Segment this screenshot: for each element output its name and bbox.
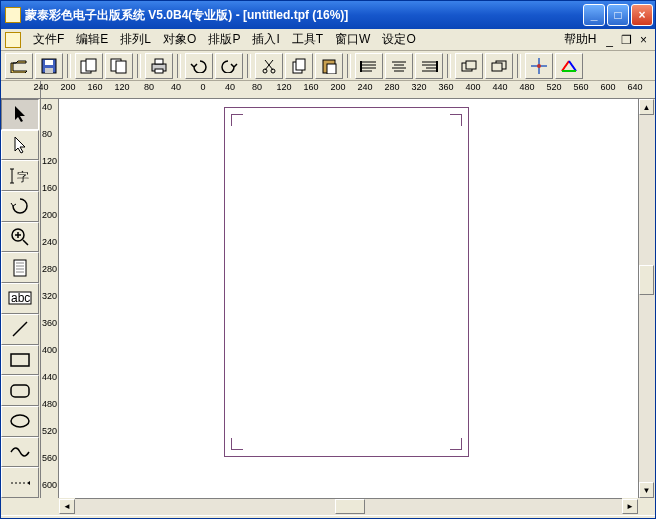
paste-button[interactable] [315,53,343,79]
maximize-button[interactable]: □ [607,4,629,26]
ruler-tick: 240 [33,82,48,92]
titlebar: 蒙泰彩色电子出版系统 V5.0B4(专业版) - [untitled.tpf (… [1,1,655,29]
ruler-tick: 160 [303,82,318,92]
svg-rect-23 [14,260,26,276]
crosshair-button[interactable] [525,53,553,79]
save-button[interactable] [35,53,63,79]
roundrect-tool[interactable] [1,375,39,406]
scroll-down-button[interactable]: ▼ [639,482,654,498]
menu-file[interactable]: 文件F [27,29,70,50]
menu-layout[interactable]: 排版P [202,29,246,50]
ruler-tick: 80 [252,82,262,92]
align-left-button[interactable] [355,53,383,79]
ruler-tick: 0 [200,82,205,92]
ruler-tick: 40 [42,102,52,112]
ruler-vertical: 4080120160200240280320360400440480520560… [41,99,59,498]
menu-help[interactable]: 帮助H [558,29,603,50]
ruler-tick: 520 [42,426,57,436]
ruler-tick: 360 [438,82,453,92]
crop-mark-tl [231,114,243,126]
ruler-tick: 40 [171,82,181,92]
select-tool[interactable] [1,130,39,161]
print-button[interactable] [145,53,173,79]
ruler-tick: 320 [411,82,426,92]
menu-insert[interactable]: 插入I [246,29,285,50]
canvas[interactable] [59,99,638,498]
ruler-tick: 440 [492,82,507,92]
redo-button[interactable] [215,53,243,79]
svg-rect-19 [492,63,502,71]
ruler-tick: 120 [114,82,129,92]
ruler-tick: 400 [465,82,480,92]
ruler-tick: 480 [42,399,57,409]
crop-mark-tr [450,114,462,126]
svg-rect-1 [45,60,53,65]
scrollbar-vertical[interactable]: ▲ ▼ [638,99,655,498]
toolbox: 字 abc [1,99,41,498]
ruler-tick: 560 [573,82,588,92]
bring-front-button[interactable] [455,53,483,79]
align-right-button[interactable] [415,53,443,79]
menu-object[interactable]: 对象O [157,29,202,50]
menu-tools[interactable]: 工具T [286,29,329,50]
ruler-tick: 200 [60,82,75,92]
ruler-tick: 600 [42,480,57,490]
undo-button[interactable] [185,53,213,79]
zoom-tool[interactable] [1,222,39,253]
svg-rect-17 [466,61,476,69]
rotate-tool[interactable] [1,191,39,222]
rectangle-tool[interactable] [1,345,39,376]
ruler-tick: 120 [276,82,291,92]
menu-arrange[interactable]: 排列L [114,29,157,50]
cut-button[interactable] [255,53,283,79]
svg-rect-9 [155,69,163,73]
copy-layout-button[interactable] [75,53,103,79]
line-tool[interactable] [1,314,39,345]
scroll-up-button[interactable]: ▲ [639,99,654,115]
menubar: 文件F 编辑E 排列L 对象O 排版P 插入I 工具T 窗口W 设定O 帮助H … [1,29,655,51]
svg-rect-13 [296,59,305,70]
mdi-minimize-button[interactable]: _ [602,33,617,47]
svg-rect-15 [327,64,336,74]
menu-window[interactable]: 窗口W [329,29,376,50]
scroll-right-button[interactable]: ► [622,499,638,514]
color-button[interactable] [555,53,583,79]
send-back-button[interactable] [485,53,513,79]
scroll-thumb-h[interactable] [335,499,365,514]
text-tool[interactable]: 字 [1,160,39,191]
ruler-horizontal: 2402001601208040040801201602002402803203… [1,81,655,99]
ruler-tick: 200 [330,82,345,92]
paste-layout-button[interactable] [105,53,133,79]
copy-button[interactable] [285,53,313,79]
curve-tool[interactable] [1,437,39,468]
mdi-close-button[interactable]: × [636,33,651,47]
ruler-tick: 40 [225,82,235,92]
ruler-tick: 640 [627,82,642,92]
statusbar: |◄ ◄ 第1/1页 ► ►| [1,515,655,519]
textbox-tool[interactable]: abc [1,283,39,314]
svg-rect-2 [45,68,53,73]
ruler-tick: 160 [42,183,57,193]
pointer-tool[interactable] [1,99,39,130]
ruler-tick: 520 [546,82,561,92]
open-button[interactable] [5,53,33,79]
ruler-tick: 280 [384,82,399,92]
scroll-left-button[interactable]: ◄ [59,499,75,514]
ruler-tick: 80 [42,129,52,139]
pen-tool[interactable] [1,467,39,498]
ruler-tick: 560 [42,453,57,463]
ruler-tick: 400 [42,345,57,355]
scroll-thumb-v[interactable] [639,265,654,295]
mdi-restore-button[interactable]: ❐ [617,33,636,47]
menu-edit[interactable]: 编辑E [70,29,114,50]
align-center-button[interactable] [385,53,413,79]
page-tool[interactable] [1,252,39,283]
minimize-button[interactable]: _ [583,4,605,26]
menu-settings[interactable]: 设定O [376,29,421,50]
close-button[interactable]: × [631,4,653,26]
svg-rect-26 [11,354,29,366]
page-frame[interactable] [224,107,469,457]
ellipse-tool[interactable] [1,406,39,437]
svg-point-20 [537,64,541,68]
scrollbar-horizontal[interactable]: ◄ ► [1,498,655,515]
